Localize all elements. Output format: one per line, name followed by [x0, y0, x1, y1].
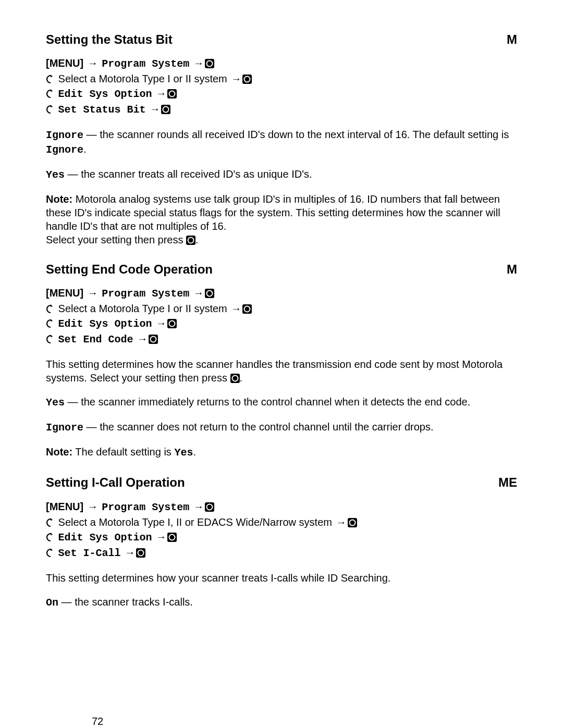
- enter-icon: [205, 287, 214, 302]
- arrow-icon: →: [193, 56, 204, 70]
- menu-label: [MENU]: [46, 57, 83, 69]
- paragraph: Note: Motorola analog systems use talk g…: [46, 192, 517, 246]
- nav-step: Set End Code: [58, 334, 133, 346]
- arrow-icon: →: [336, 515, 347, 529]
- paragraph: Ignore — the scanner rounds all received…: [46, 128, 517, 157]
- arrow-icon: →: [156, 529, 166, 544]
- section-title: Setting I-Call Operation: [46, 474, 185, 490]
- section-tag: M: [507, 31, 517, 47]
- paragraph: Ignore — the scanner does not return to …: [46, 420, 517, 435]
- scroll-icon: [46, 317, 55, 332]
- section-title: Setting the Status Bit: [46, 31, 173, 47]
- arrow-icon: →: [150, 102, 160, 116]
- section-tag: ME: [498, 474, 517, 490]
- scroll-icon: [46, 88, 55, 102]
- section-header: Setting I-Call OperationME: [46, 474, 517, 490]
- paragraph-text: — the scanner does not return to the con…: [83, 421, 433, 433]
- arrow-icon: →: [156, 86, 166, 101]
- page-number: 72: [92, 714, 103, 728]
- arrow-icon: →: [88, 286, 98, 300]
- section-header: Setting the Status BitM: [46, 31, 517, 47]
- paragraph-text: Motorola analog systems use talk group I…: [46, 193, 500, 232]
- arrow-icon: →: [88, 56, 98, 70]
- paragraph: On — the scanner tracks I-calls.: [46, 595, 517, 610]
- page-content: Setting the Status BitM[MENU] → Program …: [46, 31, 517, 610]
- scroll-icon: [46, 531, 55, 546]
- scroll-icon: [46, 333, 55, 348]
- enter-icon: [136, 547, 145, 561]
- arrow-icon: →: [137, 331, 148, 346]
- scroll-icon: [46, 73, 55, 88]
- paragraph-text: This setting determines how the scanner …: [46, 359, 503, 384]
- enter-icon: [348, 516, 357, 531]
- menu-label: [MENU]: [46, 501, 83, 512]
- paragraph-text: .: [240, 372, 243, 384]
- section-header: Setting End Code OperationM: [46, 261, 517, 277]
- paragraph: This setting determines how the scanner …: [46, 357, 517, 385]
- paragraph-text: This setting determines how your scanner…: [46, 572, 390, 584]
- scroll-icon: [46, 516, 55, 531]
- enter-icon: [242, 73, 252, 88]
- nav-step: Program System: [102, 288, 189, 300]
- scroll-icon: [46, 103, 55, 118]
- paragraph-text: .: [195, 234, 199, 245]
- arrow-icon: →: [88, 499, 98, 514]
- nav-step: Edit Sys Option: [58, 88, 152, 100]
- arrow-icon: →: [193, 286, 204, 300]
- nav-select-text: Select a Motorola Type I, II or EDACS Wi…: [58, 516, 332, 528]
- enter-icon: [167, 317, 177, 332]
- enter-icon: [205, 57, 214, 72]
- section-tag: M: [507, 261, 517, 277]
- note-label: Note:: [46, 446, 72, 458]
- option-label: Yes: [174, 447, 193, 459]
- nav-step: Set Status Bit: [58, 104, 146, 116]
- paragraph-text: .: [83, 143, 87, 155]
- paragraph: Yes — the scanner treats all received ID…: [46, 167, 517, 182]
- nav-block: [MENU] → Program System → Select a Motor…: [46, 56, 517, 117]
- nav-select-text: Select a Motorola Type I or II system: [58, 73, 227, 84]
- option-label: Yes: [46, 169, 65, 181]
- scroll-icon: [46, 547, 55, 561]
- nav-block: [MENU] → Program System → Select a Motor…: [46, 286, 517, 347]
- arrow-icon: →: [231, 301, 241, 316]
- option-label: Ignore: [46, 422, 83, 434]
- paragraph: Yes — the scanner immediately returns to…: [46, 395, 517, 410]
- paragraph: Note: The default setting is Yes.: [46, 445, 517, 460]
- section-title: Setting End Code Operation: [46, 261, 213, 277]
- arrow-icon: →: [231, 71, 241, 86]
- enter-icon: [230, 373, 240, 386]
- arrow-icon: →: [193, 499, 204, 514]
- paragraph-text: Select your setting then press: [46, 234, 186, 245]
- paragraph-text: — the scanner immediately returns to the…: [65, 396, 470, 408]
- enter-icon: [149, 333, 158, 348]
- arrow-icon: →: [125, 545, 135, 560]
- enter-icon: [186, 235, 195, 248]
- scroll-icon: [46, 303, 55, 317]
- option-label: On: [46, 597, 58, 609]
- paragraph-text: .: [193, 446, 196, 458]
- paragraph: This setting determines how your scanner…: [46, 571, 517, 585]
- paragraph-text: — the scanner tracks I-calls.: [58, 596, 193, 608]
- paragraph-text: — the scanner treats all received ID's a…: [65, 168, 312, 180]
- paragraph-text: The default setting is: [72, 446, 174, 458]
- enter-icon: [167, 531, 177, 546]
- option-label: Ignore: [46, 144, 83, 156]
- nav-step: Program System: [102, 501, 189, 513]
- nav-select-text: Select a Motorola Type I or II system: [58, 303, 227, 314]
- nav-step: Edit Sys Option: [58, 318, 152, 330]
- nav-step: Set I-Call: [58, 547, 121, 559]
- option-label: Yes: [46, 397, 65, 409]
- nav-block: [MENU] → Program System → Select a Motor…: [46, 499, 517, 561]
- enter-icon: [167, 88, 177, 102]
- nav-step: Program System: [102, 58, 189, 70]
- enter-icon: [242, 303, 252, 317]
- enter-icon: [161, 103, 170, 118]
- option-label: Ignore: [46, 129, 83, 141]
- enter-icon: [205, 501, 214, 515]
- arrow-icon: →: [156, 316, 166, 330]
- menu-label: [MENU]: [46, 287, 83, 299]
- nav-step: Edit Sys Option: [58, 532, 152, 544]
- note-label: Note:: [46, 193, 72, 205]
- paragraph-text: — the scanner rounds all received ID's d…: [83, 129, 509, 140]
